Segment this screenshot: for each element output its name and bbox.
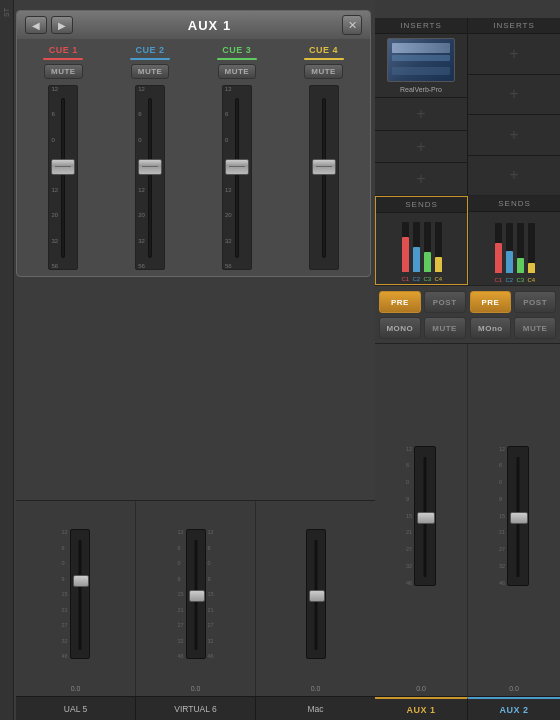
v5-value: 0.0 (71, 685, 81, 692)
insert2-slot-2[interactable]: + (468, 75, 560, 116)
pre-button-1[interactable]: PRE (379, 291, 421, 313)
aux1-channel: 12 6 0 9 15 21 27 32 46 0.0 (375, 344, 468, 696)
add-icon-5: + (509, 85, 518, 103)
virtual5-channel: 12 6 0 9 15 21 27 32 46 0.0 (16, 501, 136, 696)
cue2-fader[interactable]: 12 6 0 6 12 20 32 56 (135, 85, 165, 270)
mono-button-2[interactable]: MOno (470, 317, 512, 339)
sends-row: SENDS C1 C2 C3 C4 (375, 196, 560, 286)
insert1-empty-slot-3[interactable]: + (375, 163, 467, 195)
cue2-line (130, 58, 170, 60)
mac-fader[interactable] (306, 529, 326, 659)
mac-value: 0.0 (311, 685, 321, 692)
cue1-channel: CUE 1 MUTE 12 6 0 6 12 20 32 56 (21, 45, 106, 270)
insert2-header: INSERTS (468, 18, 560, 34)
cue1-fader[interactable]: 12 6 0 6 12 20 32 56 (48, 85, 78, 270)
aux2-fader-area: 12 6 0 9 15 21 27 32 46 (499, 348, 529, 683)
prepost-section-1: PRE POST MONO MUTE (379, 291, 466, 339)
cue3-fader-knob[interactable] (225, 159, 249, 175)
close-icon: ✕ (348, 19, 357, 32)
aux2-fader[interactable] (507, 446, 529, 586)
v6-fader[interactable] (186, 529, 206, 659)
insert1-empty-slot-1[interactable]: + (375, 98, 467, 131)
post-button-1[interactable]: POST (424, 291, 466, 313)
insert1-plugin-slot[interactable]: RealVerb-Pro (375, 34, 467, 98)
sends-section-1: SENDS C1 C2 C3 C4 (375, 196, 468, 285)
add-icon-7: + (509, 166, 518, 184)
mono-button-1[interactable]: MONO (379, 317, 421, 339)
aux-back-button[interactable]: ◀ (25, 16, 47, 34)
cue2-mute-button[interactable]: MUTE (131, 64, 170, 79)
virtual5-fader-area: 12 6 0 9 15 21 27 32 46 (61, 505, 89, 683)
s1-fader3[interactable] (424, 222, 431, 272)
plugin-name: RealVerb-Pro (400, 86, 442, 93)
cue2-scale-left: 12 6 0 6 12 20 32 56 (138, 86, 145, 269)
aux1-fader[interactable] (414, 446, 436, 586)
cue2-fader-knob[interactable] (138, 159, 162, 175)
cue1-fader-knob[interactable] (51, 159, 75, 175)
v6-fader-knob[interactable] (189, 590, 205, 602)
aux-close-button[interactable]: ✕ (342, 15, 362, 35)
cue4-fader[interactable] (309, 85, 339, 270)
cue2-channel: CUE 2 MUTE 12 6 0 6 12 20 32 56 (108, 45, 193, 270)
aux1-label: AUX 1 (375, 697, 468, 720)
cue1-label: CUE 1 (49, 45, 78, 55)
virtual6-fader-area: 12 6 0 9 15 21 27 32 46 (177, 505, 213, 683)
cue4-line (304, 58, 344, 60)
cue3-fader[interactable]: 12 6 0 6 12 20 32 56 (222, 85, 252, 270)
s1-fader2[interactable] (413, 222, 420, 272)
add-icon-6: + (509, 126, 518, 144)
cue3-scale-left: 12 6 0 6 12 20 32 56 (225, 86, 232, 269)
s2-fader2[interactable] (506, 223, 513, 273)
sends1-faders (376, 213, 467, 274)
aux-window: ◀ ▶ AUX 1 ✕ CUE 1 MUTE 12 6 0 (16, 10, 371, 277)
pp-buttons-2: PRE POST (470, 291, 557, 313)
prepost-section-2: PRE POST MOno MUTE (470, 291, 557, 339)
cue4-mute-button[interactable]: MUTE (304, 64, 343, 79)
v5-scale: 12 6 0 9 15 21 27 32 46 (61, 529, 67, 659)
aux-forward-button[interactable]: ▶ (51, 16, 73, 34)
s1-fader4[interactable] (435, 222, 442, 272)
mm-buttons-1: MONO MUTE (379, 317, 466, 339)
aux2-channel: 12 6 0 9 15 21 27 32 46 0.0 (468, 344, 560, 696)
bottom-labels-bar: UAL 5 VIRTUAL 6 Mac (16, 696, 375, 720)
cue4-label: CUE 4 (309, 45, 338, 55)
sends2-labels: C1 C2 C3 C4 (469, 275, 560, 285)
mac-fader-knob[interactable] (309, 590, 325, 602)
s2-fader3[interactable] (517, 223, 524, 273)
insert2-slot-3[interactable]: + (468, 115, 560, 156)
cue3-mute-button[interactable]: MUTE (218, 64, 257, 79)
cue1-scale-left: 12 6 0 6 12 20 32 56 (51, 86, 58, 269)
cue1-mute-button[interactable]: MUTE (44, 64, 83, 79)
pre-button-2[interactable]: PRE (470, 291, 512, 313)
post-button-2[interactable]: POST (514, 291, 556, 313)
cue4-channel: CUE 4 MUTE (281, 45, 366, 270)
add-icon-1: + (416, 105, 425, 123)
cue4-fader-knob[interactable] (312, 159, 336, 175)
sends2-header: SENDS (469, 196, 560, 212)
s2-level3 (517, 258, 524, 273)
s2-fader4[interactable] (528, 223, 535, 273)
mute-button-1[interactable]: MUTE (424, 317, 466, 339)
cue3-line (217, 58, 257, 60)
s1-level3 (424, 252, 431, 272)
s1-c2-label: C2 (413, 276, 420, 282)
s1-fader1[interactable] (402, 222, 409, 272)
s1-level1 (402, 237, 409, 272)
aux1-fader-knob[interactable] (417, 512, 435, 524)
insert-section-2: INSERTS + + + + (468, 18, 560, 195)
mute-button-2[interactable]: MUTE (514, 317, 556, 339)
v5-fader[interactable] (70, 529, 90, 659)
mm-buttons-2: MOno MUTE (470, 317, 557, 339)
right-faders-row: 12 6 0 9 15 21 27 32 46 0.0 (375, 344, 560, 696)
insert2-slot-4[interactable]: + (468, 156, 560, 196)
insert1-empty-slot-2[interactable]: + (375, 131, 467, 164)
insert1-header: INSERTS (375, 18, 467, 34)
cue3-fader-track (235, 98, 239, 258)
s2-fader1[interactable] (495, 223, 502, 273)
s1-level2 (413, 247, 420, 272)
aux2-fader-knob[interactable] (510, 512, 528, 524)
mac-fader-area (306, 505, 326, 683)
insert2-slot-1[interactable]: + (468, 34, 560, 75)
bottom-label-ual5: UAL 5 (16, 697, 136, 720)
v5-fader-knob[interactable] (73, 575, 89, 587)
